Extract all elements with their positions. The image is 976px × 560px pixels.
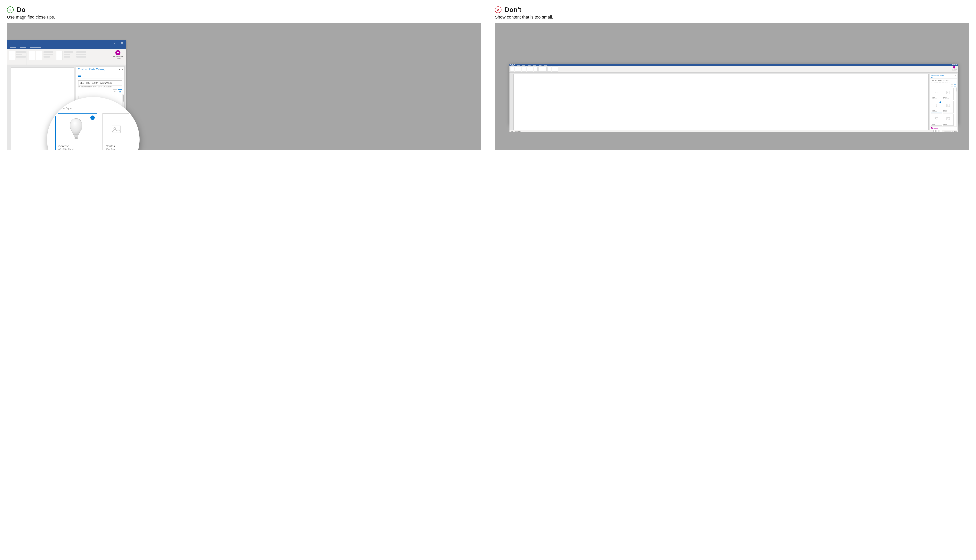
view-mode-button[interactable] [940, 130, 942, 132]
do-header: Do [7, 6, 481, 13]
magnified-card-selected[interactable]: Contoso 60 - 65w Equal [55, 113, 97, 150]
image-placeholder-icon [934, 88, 938, 97]
list-view-icon[interactable] [951, 84, 953, 87]
tiny-footer-name: Contoso [933, 128, 938, 129]
do-subheading: Use magnified close ups. [7, 15, 481, 20]
ribbon-tabs [7, 45, 126, 49]
maximize-button[interactable] [111, 40, 118, 45]
magnified-card-sub: 60 - 65w Equal [58, 148, 94, 150]
tiny-card-sub: 85w Equal [943, 111, 948, 113]
view-mode-button[interactable] [937, 130, 939, 132]
search-query-field[interactable]: LED - R30 - 2700K - Warm White [78, 80, 122, 85]
window-titlebar [7, 40, 126, 45]
svg-rect-24 [946, 117, 950, 120]
zoom-in-icon[interactable]: + [953, 131, 953, 132]
tiny-addin-button[interactable]: Parts Catalog Contoso [951, 66, 957, 71]
list-view-icon[interactable]: ≡ [113, 89, 117, 93]
grid-view-icon[interactable]: ▦ [118, 89, 122, 93]
svg-point-15 [935, 92, 936, 92]
minimize-button[interactable] [103, 40, 111, 45]
hamburger-icon[interactable] [930, 77, 957, 78]
svg-rect-19 [936, 106, 937, 107]
close-button[interactable] [118, 40, 126, 45]
magnifier-peek-sub: 60 - 65w Equal [55, 107, 133, 110]
tiny-result-card[interactable]: Contoso85w Equal [943, 101, 954, 113]
do-preview-panel: Parts Catalog Contoso Contoso Parts Cata… [7, 23, 481, 150]
dont-column: Don't Show content that is too small. [495, 6, 969, 150]
taskpane-title: Contoso Parts Catalog [78, 68, 105, 71]
svg-rect-16 [946, 91, 950, 94]
tiny-results-grid: Contoso60 - 65w EqualContoso60 - 65w Equ… [930, 87, 957, 127]
svg-point-25 [947, 118, 948, 118]
tiny-card-sub: 60 - 65w Equal [943, 98, 949, 100]
check-badge-icon [90, 115, 95, 120]
tiny-taskpane-footer: C Contoso [930, 127, 957, 130]
svg-rect-8 [74, 135, 78, 137]
tiny-taskpane: Contoso Parts Catalog ▾ × LED - R30 - 27… [930, 74, 957, 130]
lightbulb-product-icon [934, 101, 938, 110]
zoom-out-icon[interactable]: − [943, 131, 944, 132]
image-placeholder-icon [946, 114, 950, 124]
svg-rect-18 [936, 106, 937, 106]
image-placeholder-icon [106, 117, 127, 142]
tiny-body: Contoso Parts Catalog ▾ × LED - R30 - 27… [509, 73, 958, 130]
tiny-card-sub: 60 - 65w Equal [931, 98, 938, 100]
view-mode-button[interactable] [933, 130, 936, 132]
zoom-slider[interactable] [944, 131, 951, 132]
do-dont-columns: Do Use magnified close ups. [7, 6, 969, 150]
tiny-document-page[interactable] [513, 74, 929, 130]
magnified-peek-sub: 85w Equ [106, 148, 127, 150]
dont-preview-panel: Parts Catalog Contoso Contoso Parts Cata… [495, 23, 969, 150]
ribbon-addin-button[interactable]: Parts Catalog Contoso [111, 50, 125, 59]
tiny-ribbon: Parts Catalog Contoso [509, 66, 958, 73]
tiny-result-card[interactable]: Contoso [943, 113, 954, 126]
image-placeholder-icon [946, 101, 950, 110]
tiny-taskpane-title: Contoso Parts Catalog [931, 75, 944, 76]
zoom-percent: 100% [954, 131, 957, 132]
image-placeholder-icon [934, 114, 938, 124]
dont-heading: Don't [505, 6, 521, 13]
svg-rect-9 [75, 137, 78, 139]
tiny-card-sub [931, 125, 932, 125]
search-results-count: 16 results in LED - R30 - 60-65 Watt Equ… [78, 86, 122, 88]
svg-point-11 [114, 127, 115, 129]
svg-rect-10 [112, 126, 121, 133]
grid-view-icon[interactable] [954, 84, 956, 87]
taskpane-dropdown-icon[interactable]: ▾ [954, 75, 954, 76]
tiny-card-sub: 60 - 65w Equal [931, 111, 938, 113]
lightbulb-product-icon [58, 117, 94, 142]
lightbulb-icon [115, 50, 120, 55]
dont-header: Don't [495, 6, 969, 13]
svg-rect-1 [114, 42, 115, 44]
magnified-card-title: Contoso [58, 144, 94, 148]
dont-subheading: Show content that is too small. [495, 15, 969, 20]
tiny-result-card[interactable]: Contoso60 - 65w Equal [943, 88, 954, 100]
svg-rect-20 [946, 104, 950, 107]
ribbon: Parts Catalog Contoso [7, 49, 126, 65]
svg-point-21 [947, 105, 948, 105]
x-circle-icon [495, 7, 502, 13]
tiny-result-card[interactable]: Contoso [931, 113, 942, 126]
magnified-card-peek[interactable]: Contos 85w Equ [102, 113, 130, 150]
svg-rect-14 [935, 91, 938, 94]
tiny-result-card[interactable]: Contoso60 - 65w Equal [931, 88, 942, 100]
do-column: Do Use magnified close ups. [7, 6, 481, 150]
check-circle-icon [7, 7, 14, 13]
tiny-status-bar: Page 1 of 1 0 words − + 100% [509, 130, 958, 132]
avatar-icon: C [931, 127, 933, 129]
scrollbar[interactable] [956, 87, 957, 127]
tiny-search-field[interactable]: LED - R30 - 2700K - Warm White [931, 80, 956, 82]
tiny-result-card[interactable]: Contoso60 - 65w Equal [931, 101, 942, 113]
taskpane-close-icon[interactable]: × [955, 75, 956, 76]
status-left: Page 1 of 1 0 words [511, 131, 521, 132]
ribbon-addin-label-2: Contoso [111, 58, 125, 60]
svg-rect-22 [935, 117, 938, 120]
taskpane-search: LED - R30 - 2700K - Warm White 16 result… [78, 80, 122, 88]
hamburger-icon[interactable] [78, 75, 81, 77]
taskpane-dropdown-icon[interactable]: ▾ [119, 68, 120, 71]
do-heading: Do [17, 6, 25, 13]
taskpane-close-icon[interactable]: ✕ [122, 68, 123, 71]
lightbulb-icon [953, 66, 955, 68]
tiny-search-sub: 16 results in LED - R30 - 60-65 Watt Equ… [931, 82, 956, 83]
tiny-word-window: Parts Catalog Contoso Contoso Parts Cata… [509, 64, 958, 124]
